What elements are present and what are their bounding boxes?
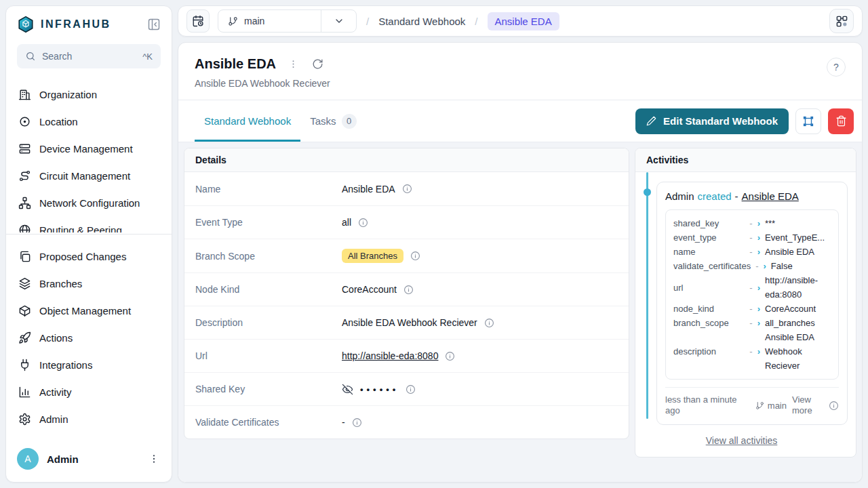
help-button[interactable]: ?	[827, 58, 846, 77]
info-icon[interactable]	[358, 218, 368, 228]
detail-row-url: Url http://ansible-eda:8080	[184, 339, 629, 372]
meta-select-icon	[802, 115, 814, 127]
user-menu-button[interactable]	[147, 452, 161, 466]
prop-row-url: url - › http://ansible-eda:8080	[673, 273, 831, 302]
app-root: INFRAHUB Search ^K Organization	[0, 0, 868, 488]
info-icon[interactable]	[352, 418, 362, 428]
breadcrumb-separator: /	[366, 16, 369, 27]
chevron-right-icon: ›	[757, 230, 760, 245]
prop-row-validate-certificates: validate_certificates - › False	[673, 259, 831, 273]
branch-selector[interactable]: main	[218, 9, 357, 33]
cube-icon	[18, 304, 31, 317]
info-icon[interactable]	[829, 401, 839, 411]
chevron-right-icon: ›	[764, 259, 766, 273]
activity-author: Admin	[665, 190, 694, 202]
sidebar-item-admin[interactable]: Admin	[12, 405, 166, 432]
eye-off-icon[interactable]	[342, 384, 353, 395]
activities-panel: Activities Admin created - Ansible EDA	[635, 148, 856, 458]
title-menu-button[interactable]	[287, 58, 300, 70]
sidebar-item-device-management[interactable]: Device Management	[12, 135, 166, 162]
workflow-icon	[835, 15, 848, 28]
sidebar-item-integrations[interactable]: Integrations	[12, 351, 166, 378]
network-icon	[18, 197, 31, 209]
sidebar-item-branches[interactable]: Branches	[12, 270, 166, 297]
detail-row-shared-key: Shared Key ••••••	[184, 372, 629, 405]
time-travel-button[interactable]	[186, 9, 210, 33]
view-all-activities-link[interactable]: View all activities	[706, 435, 778, 446]
prop-row-event-type: event_type - › Event_TypeE...	[673, 230, 831, 245]
info-icon[interactable]	[445, 351, 455, 361]
sidebar-item-circuit-management[interactable]: Circuit Management	[12, 162, 166, 189]
search-placeholder: Search	[42, 51, 136, 62]
info-icon[interactable]	[484, 318, 494, 328]
prop-row-name: name - › Ansible EDA	[673, 245, 831, 259]
building-icon	[18, 88, 31, 101]
tab-bar: Standard Webhook Tasks 0 Edit Standard W…	[178, 100, 862, 142]
main-card: Ansible EDA Ansible EDA Webhook Reciever…	[178, 42, 863, 483]
delete-button[interactable]	[828, 108, 854, 134]
layers-icon	[18, 277, 31, 290]
page-header: Ansible EDA Ansible EDA Webhook Reciever…	[178, 43, 862, 100]
url-link[interactable]: http://ansible-eda:8080	[342, 350, 438, 361]
sidebar-item-network-configuration[interactable]: Network Configuration	[12, 189, 166, 216]
sidebar-item-organization[interactable]: Organization	[12, 81, 166, 108]
topbar: main / Standard Webhook / Ansible EDA	[178, 5, 863, 37]
activity-entry-title: Admin created - Ansible EDA	[665, 190, 839, 202]
breadcrumb-separator: /	[475, 16, 477, 27]
tab-standard-webhook[interactable]: Standard Webhook	[195, 100, 300, 142]
page-subtitle: Ansible EDA Webhook Reciever	[195, 78, 330, 89]
masked-value: ••••••	[360, 384, 399, 394]
sidebar-item-object-management[interactable]: Object Management	[12, 297, 166, 324]
brand: INFRAHUB	[17, 16, 111, 33]
sidebar-collapse-button[interactable]	[146, 16, 162, 33]
sidebar-item-routing-peering[interactable]: Routing & Peering	[12, 216, 166, 232]
breadcrumb-schema: Standard Webhook	[378, 16, 465, 27]
main-column: main / Standard Webhook / Ansible EDA An…	[178, 5, 863, 483]
prop-row-branch-scope: branch_scope - › all_branches	[673, 316, 831, 330]
refresh-button[interactable]	[311, 57, 325, 71]
activity-target-link[interactable]: Ansible EDA	[742, 190, 799, 202]
breadcrumb-object[interactable]: Ansible EDA	[488, 12, 559, 30]
activity-branch: main	[755, 401, 787, 411]
details-panel: Details Name Ansible EDA Event Type all	[184, 148, 629, 439]
activity-entry-footer: less than a minute ago main View more	[665, 387, 839, 416]
detail-row-branch-scope: Branch Scope All Branches	[184, 239, 629, 272]
schema-visualizer-button[interactable]	[829, 9, 854, 33]
branch-scope-badge: All Branches	[342, 249, 403, 263]
activity-action: created	[698, 190, 732, 202]
search-input[interactable]: Search ^K	[17, 44, 161, 68]
sidebar-header: INFRAHUB	[6, 6, 172, 39]
detail-row-description: Description Ansible EDA Webhook Reciever	[184, 306, 629, 339]
search-shortcut: ^K	[142, 52, 153, 62]
prop-row-shared-key: shared_key - › ***	[673, 216, 831, 230]
detail-row-validate-certificates: Validate Certificates -	[184, 405, 629, 439]
chevron-right-icon: ›	[757, 281, 760, 295]
chevron-right-icon: ›	[757, 245, 760, 259]
detail-row-node-kind: Node Kind CoreAccount	[184, 272, 629, 306]
activities-title: Activities	[635, 148, 856, 172]
timeline-dot	[644, 188, 651, 196]
chevron-down-icon[interactable]	[321, 10, 356, 32]
info-icon[interactable]	[403, 285, 414, 295]
sidebar-group-schema: Organization Location Device Management …	[6, 78, 172, 232]
edit-standard-webhook-button[interactable]: Edit Standard Webhook	[635, 108, 789, 134]
sidebar-user: A Admin	[6, 439, 172, 482]
sidebar-item-location[interactable]: Location	[12, 108, 166, 135]
tab-tasks[interactable]: Tasks 0	[300, 100, 366, 142]
sidebar-group-app: Proposed Changes Branches Object Managem…	[6, 240, 172, 435]
rocket-icon	[18, 331, 31, 344]
view-more-link[interactable]: View more	[792, 394, 823, 416]
prop-row-node-kind: node_kind - › CoreAccount	[673, 302, 831, 316]
info-icon[interactable]	[406, 384, 416, 394]
info-icon[interactable]	[410, 251, 420, 261]
sidebar-item-actions[interactable]: Actions	[12, 324, 166, 351]
sidebar-item-activity[interactable]: Activity	[12, 378, 166, 405]
manage-metadata-button[interactable]	[795, 108, 821, 134]
prop-row-description: description - › Ansible EDA Webhook Reci…	[673, 330, 831, 373]
content-area: Details Name Ansible EDA Event Type all	[178, 142, 862, 482]
git-branch-icon	[755, 401, 764, 410]
info-icon[interactable]	[402, 184, 412, 194]
tasks-count-badge: 0	[342, 114, 357, 129]
pencil-icon	[646, 116, 656, 126]
sidebar-item-proposed-changes[interactable]: Proposed Changes	[12, 243, 166, 270]
